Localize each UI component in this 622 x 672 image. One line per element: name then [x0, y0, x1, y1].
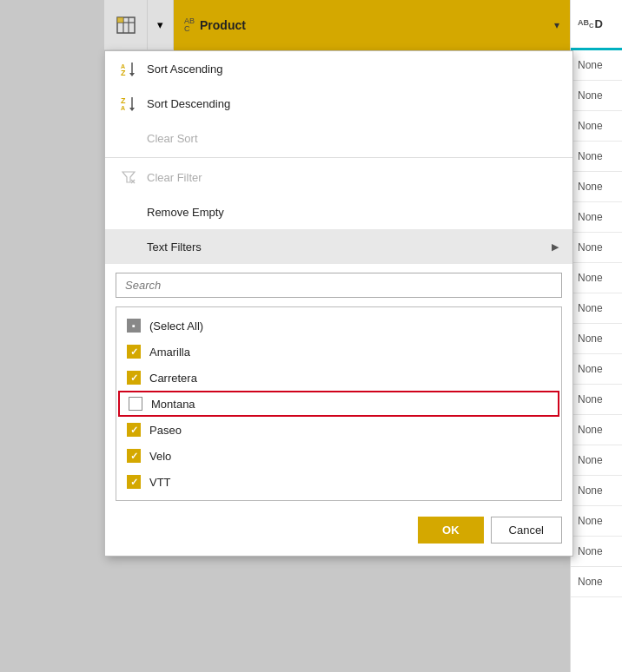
header-bar: ▾ AB C Product ▾	[104, 0, 570, 50]
remove-empty-label: Remove Empty	[147, 206, 224, 219]
checkbox-item-velo[interactable]: ✓Velo	[116, 443, 561, 469]
none-cell: None	[571, 81, 622, 111]
text-filters-item[interactable]: Text Filters ▶	[105, 229, 572, 264]
svg-text:A: A	[121, 105, 125, 111]
checkbox-label-vtt: VTT	[149, 476, 171, 489]
remove-empty-icon	[119, 202, 138, 221]
checkbox-vtt: ✓	[127, 475, 141, 489]
none-cell: None	[571, 506, 622, 537]
sort-descending-item[interactable]: Z A Sort Descending	[105, 86, 572, 121]
product-dropdown-button[interactable]: ▾	[544, 0, 570, 50]
clear-filter-icon	[119, 168, 138, 187]
none-cell: None	[571, 293, 622, 324]
svg-text:Z: Z	[121, 69, 126, 76]
checkbox-item-select-all[interactable]: ▪(Select All)	[116, 313, 561, 339]
none-cell: None	[571, 233, 622, 263]
checkbox-label-carretera: Carretera	[149, 372, 197, 385]
checkmark-icon: ✓	[130, 451, 138, 461]
checkbox-label-amarilla: Amarilla	[149, 346, 190, 359]
clear-sort-item[interactable]: Clear Sort	[105, 121, 572, 155]
checkbox-amarilla: ✓	[127, 345, 141, 359]
none-cell: None	[571, 476, 622, 506]
none-cell: None	[571, 142, 622, 172]
none-cell: None	[571, 172, 622, 202]
ok-button[interactable]: OK	[418, 517, 484, 544]
svg-rect-4	[117, 17, 123, 23]
checkmark-icon: ✓	[130, 347, 138, 357]
checkbox-label-velo: Velo	[149, 450, 171, 463]
checkbox-select-all: ▪	[127, 319, 141, 333]
checkbox-item-montana[interactable]: Montana	[118, 391, 559, 417]
svg-marker-8	[129, 73, 135, 76]
clear-sort-label: Clear Sort	[147, 132, 198, 145]
sort-ascending-label: Sort Ascending	[147, 63, 222, 76]
checkbox-montana	[129, 397, 142, 411]
none-cell: None	[571, 324, 622, 354]
none-cell: None	[571, 537, 622, 567]
checkbox-item-amarilla[interactable]: ✓Amarilla	[116, 339, 561, 365]
sort-descending-label: Sort Descending	[147, 97, 230, 110]
abc-label: AB C	[184, 17, 195, 33]
text-filters-icon	[119, 237, 138, 256]
text-filters-arrow-icon: ▶	[552, 241, 559, 253]
checkbox-list: ▪(Select All)✓Amarilla✓CarreteraMontana✓…	[116, 306, 562, 501]
right-col-abc: ABC	[578, 18, 593, 30]
none-cell: None	[571, 415, 622, 445]
product-title: Product	[200, 18, 246, 32]
checkmark-icon: ✓	[130, 478, 138, 487]
none-cell: None	[571, 111, 622, 142]
checkbox-item-paseo[interactable]: ✓Paseo	[116, 417, 561, 443]
right-none-cells: NoneNoneNoneNoneNoneNoneNoneNoneNoneNone…	[571, 50, 622, 597]
none-cell: None	[571, 50, 622, 81]
none-cell: None	[571, 354, 622, 385]
none-cell: None	[571, 567, 622, 597]
none-cell: None	[571, 445, 622, 476]
search-input[interactable]	[116, 273, 562, 298]
separator-1	[105, 157, 572, 158]
clear-filter-label: Clear Filter	[147, 171, 202, 184]
indeterminate-icon: ▪	[132, 320, 136, 331]
buttons-row: OK Cancel	[105, 510, 572, 556]
svg-marker-12	[129, 108, 135, 111]
checkmark-icon: ✓	[130, 373, 138, 383]
text-filters-label: Text Filters	[147, 240, 202, 254]
sort-descending-icon: Z A	[119, 94, 138, 113]
sort-ascending-icon: A Z	[119, 59, 138, 78]
none-cell: None	[571, 385, 622, 415]
dropdown-chevron-icon: ▾	[157, 18, 163, 31]
checkbox-label-montana: Montana	[151, 398, 195, 411]
checkbox-velo: ✓	[127, 449, 141, 463]
checkbox-paseo: ✓	[127, 423, 141, 437]
svg-text:Z: Z	[121, 96, 126, 105]
checkbox-label-select-all: (Select All)	[149, 320, 203, 333]
none-cell: None	[571, 202, 622, 233]
checkbox-item-vtt[interactable]: ✓VTT	[116, 469, 561, 495]
checkmark-icon: ✓	[130, 425, 138, 435]
dropdown-panel: A Z Sort Ascending Z A Sort Descending C…	[104, 50, 573, 557]
sort-ascending-item[interactable]: A Z Sort Ascending	[105, 51, 572, 86]
search-area	[105, 264, 572, 303]
checkbox-item-carretera[interactable]: ✓Carretera	[116, 365, 561, 391]
product-header-cell: AB C Product	[174, 0, 544, 50]
clear-filter-item[interactable]: Clear Filter	[105, 160, 572, 194]
cancel-button[interactable]: Cancel	[491, 517, 562, 544]
remove-empty-item[interactable]: Remove Empty	[105, 194, 572, 229]
header-dropdown-arrow[interactable]: ▾	[148, 0, 174, 50]
right-column: ABC D NoneNoneNoneNoneNoneNoneNoneNoneNo…	[570, 0, 622, 672]
checkbox-carretera: ✓	[127, 371, 141, 385]
right-col-d-label: D	[594, 17, 602, 30]
clear-sort-icon	[119, 128, 138, 148]
checkbox-label-paseo: Paseo	[149, 424, 182, 437]
none-cell: None	[571, 263, 622, 293]
table-icon[interactable]	[104, 0, 148, 50]
right-col-header: ABC D	[571, 0, 622, 50]
product-dropdown-icon: ▾	[554, 19, 559, 31]
